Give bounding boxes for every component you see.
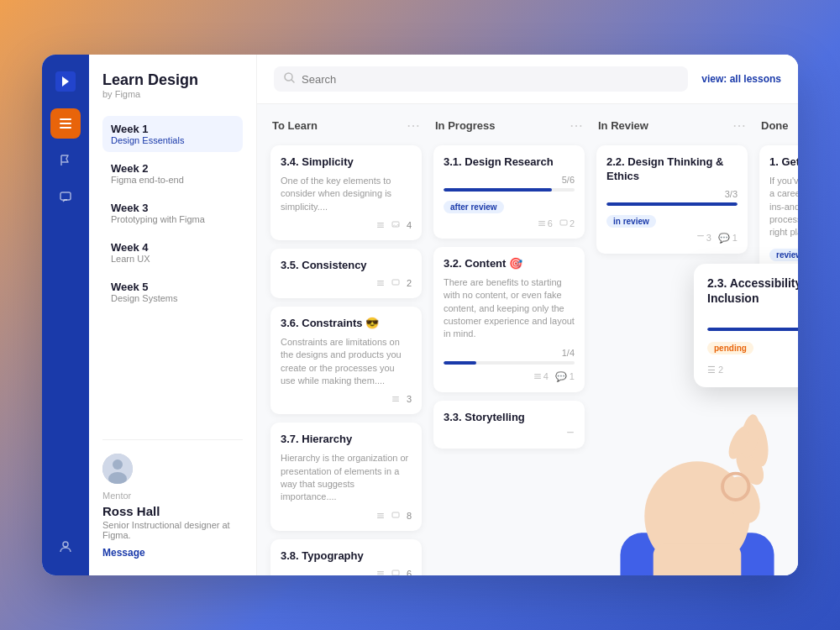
- mentor-description: Senior Instructional designer at Figma.: [102, 520, 243, 540]
- sidebar-item-week4[interactable]: Week 4 Learn UX: [102, 234, 243, 270]
- svg-rect-21: [377, 513, 384, 514]
- message-link[interactable]: Message: [102, 547, 243, 559]
- card-3-6[interactable]: 3.6. Constraints 😎 Constraints are limit…: [270, 307, 422, 414]
- card-3-3[interactable]: 3.3. Storytelling: [433, 401, 585, 449]
- card-3-1[interactable]: 3.1. Design Research 5/6 after review 6 …: [433, 145, 585, 239]
- svg-rect-29: [538, 221, 545, 222]
- col-in-review-title: In Review: [598, 119, 648, 132]
- col-in-progress-title: In Progress: [435, 119, 496, 132]
- search-icon: [284, 72, 295, 86]
- col-in-progress-menu[interactable]: ⋯: [570, 118, 583, 134]
- sidebar-item-week5[interactable]: Week 5 Design Systems: [102, 274, 243, 310]
- svg-rect-35: [534, 378, 541, 379]
- search-box[interactable]: [274, 66, 688, 92]
- svg-point-5: [63, 542, 68, 547]
- mentor-avatar: [102, 454, 133, 484]
- search-input[interactable]: [302, 73, 678, 86]
- sidebar: Learn Design by Figma Week 1 Design Esse…: [89, 55, 257, 575]
- nav-lessons-btn[interactable]: [50, 108, 81, 139]
- col-to-learn-menu[interactable]: ⋯: [407, 118, 420, 134]
- svg-rect-32: [560, 220, 567, 225]
- svg-rect-37: [697, 235, 704, 236]
- svg-rect-3: [60, 127, 71, 129]
- card-3-2[interactable]: 3.2. Content 🎯 There are benefits to sta…: [433, 247, 585, 392]
- sidebar-item-week2[interactable]: Week 2 Figma end-to-end: [102, 155, 243, 192]
- view-filter: view: all lessons: [701, 73, 781, 85]
- main-header: view: all lessons: [257, 55, 798, 104]
- mentor-name: Ross Hall: [102, 504, 243, 518]
- svg-rect-34: [534, 376, 541, 377]
- svg-rect-22: [377, 515, 384, 516]
- nav-flag-btn[interactable]: [50, 145, 81, 176]
- floating-card-badge: pending: [707, 342, 753, 354]
- sidebar-subtitle: by Figma: [102, 89, 243, 99]
- card-3-7[interactable]: 3.7. Hierarchy Hierarchy is the organiza…: [270, 423, 422, 530]
- svg-rect-20: [392, 401, 399, 402]
- svg-rect-12: [377, 227, 384, 228]
- week-list: Week 1 Design Essentials Week 2 Figma en…: [102, 116, 243, 313]
- svg-rect-16: [377, 285, 384, 286]
- svg-rect-18: [392, 396, 399, 397]
- main-content: view: all lessons To Learn ⋯ 3.4. Simpli…: [257, 55, 798, 575]
- col-in-review-menu[interactable]: ⋯: [732, 118, 746, 134]
- card-3-4[interactable]: 3.4. Simplicity One of the key elements …: [270, 145, 422, 240]
- svg-rect-14: [377, 281, 384, 281]
- svg-rect-19: [392, 399, 399, 400]
- col-to-learn: To Learn ⋯ 3.4. Simplicity One of the ke…: [270, 118, 422, 562]
- svg-rect-31: [538, 225, 545, 226]
- svg-rect-10: [377, 223, 384, 223]
- floating-card-2-3[interactable]: 2.3. Accessibility and Inclusion 2/2 pen…: [694, 264, 798, 387]
- svg-point-7: [113, 459, 123, 470]
- sidebar-title: Learn Design: [102, 71, 243, 89]
- nav-bar: [42, 55, 89, 575]
- svg-rect-30: [538, 223, 545, 223]
- mentor-label: Mentor: [102, 491, 243, 501]
- col-in-progress: In Progress ⋯ 3.1. Design Research 5/6 a…: [433, 118, 585, 562]
- card-3-5[interactable]: 3.5. Consistency 2: [270, 249, 422, 298]
- sidebar-item-week1[interactable]: Week 1 Design Essentials: [102, 116, 243, 152]
- svg-rect-33: [534, 374, 541, 375]
- svg-rect-28: [392, 570, 399, 575]
- kanban-board: To Learn ⋯ 3.4. Simplicity One of the ke…: [257, 104, 798, 575]
- nav-profile-btn[interactable]: [50, 532, 81, 562]
- col-to-learn-title: To Learn: [272, 119, 318, 132]
- svg-rect-15: [377, 282, 384, 283]
- card-2-2-badge: in review: [606, 215, 656, 228]
- card-3-1-badge: after review: [444, 201, 504, 213]
- floating-card-title: 2.3. Accessibility and Inclusion: [707, 276, 798, 306]
- svg-rect-23: [377, 517, 384, 518]
- svg-rect-11: [377, 224, 384, 225]
- svg-rect-1: [60, 118, 71, 120]
- col-done-title: Done: [761, 119, 789, 132]
- svg-rect-25: [377, 571, 384, 572]
- svg-rect-4: [60, 192, 71, 200]
- svg-rect-36: [567, 432, 574, 433]
- app-shell: Learn Design by Figma Week 1 Design Esse…: [42, 55, 798, 575]
- svg-rect-2: [60, 123, 71, 124]
- view-value[interactable]: all lessons: [730, 73, 781, 85]
- svg-rect-26: [377, 573, 384, 574]
- sidebar-item-week3[interactable]: Week 3 Prototyping with Figma: [102, 195, 243, 231]
- card-1-badge: reviewed: [769, 249, 798, 261]
- card-2-2[interactable]: 2.2. Design Thinking & Ethics 3/3 in rev…: [596, 145, 748, 254]
- mentor-section: Mentor Ross Hall Senior Instructional de…: [102, 439, 243, 559]
- svg-rect-17: [392, 280, 399, 285]
- app-logo: [52, 68, 79, 95]
- svg-rect-24: [392, 512, 399, 517]
- card-3-8[interactable]: 3.8. Typography 6: [270, 539, 422, 575]
- nav-chat-btn[interactable]: [50, 182, 81, 213]
